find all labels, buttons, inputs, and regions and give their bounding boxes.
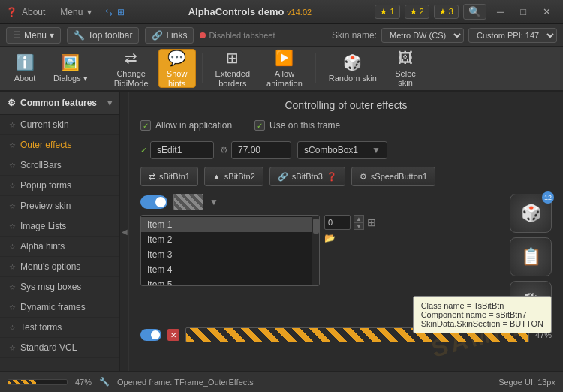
change-bidi-button[interactable]: ⇄ ChangeBidiMode bbox=[107, 49, 155, 88]
gear-sidebar-icon: ⚙ bbox=[8, 98, 16, 108]
toolbar-icon: 🔧 bbox=[74, 30, 85, 41]
num-spinner[interactable]: ▲ ▼ bbox=[354, 215, 364, 230]
sidebar-item-sys-msg-boxes[interactable]: ☆ Sys msg boxes bbox=[0, 277, 119, 297]
sidebar-item-menus-options[interactable]: ☆ Menu's options bbox=[0, 257, 119, 277]
use-on-frame-checkmark: ✓ bbox=[254, 120, 265, 131]
toggle-switch[interactable] bbox=[140, 195, 167, 209]
sidebar-item-test-forms[interactable]: ☆ Test forms bbox=[0, 318, 119, 338]
float-btn-badge: 12 bbox=[542, 191, 554, 204]
progress-section: ▲ ▼ ⊞ 📂 bbox=[324, 215, 502, 243]
value-input[interactable] bbox=[231, 141, 291, 159]
list-item-3[interactable]: Item 3 bbox=[141, 247, 319, 262]
menu-arrow: ▾ bbox=[87, 7, 92, 17]
sidebar-item-dynamic-frames[interactable]: ☆ Dynamic frames bbox=[0, 297, 119, 318]
sbitbtn2-label: sBitBtn2 bbox=[224, 172, 255, 181]
toggle-knob bbox=[155, 197, 166, 207]
links-button[interactable]: 🔗 Links bbox=[145, 27, 194, 44]
sbitbtn3-button[interactable]: 🔗 sBitBtn3 ❓ bbox=[269, 167, 345, 186]
sbitbtn3-label: sBitBtn3 bbox=[292, 172, 323, 181]
minimize-button[interactable]: ─ bbox=[491, 5, 510, 19]
sidebar-watermark: α bbox=[0, 358, 119, 371]
use-on-frame-checkbox[interactable]: ✓ Use on this frame bbox=[254, 120, 340, 131]
status-icon: 🔧 bbox=[99, 377, 110, 387]
search-button[interactable]: 🔍 bbox=[463, 4, 486, 20]
sidebar-item-current-skin[interactable]: ☆ Current skin bbox=[0, 115, 119, 135]
star1-button[interactable]: ★ 1 bbox=[375, 5, 399, 19]
select-skin-button[interactable]: 🖼 Selecskin bbox=[387, 49, 424, 88]
list-item-5[interactable]: Item 5 bbox=[141, 277, 319, 286]
list-box[interactable]: Item 1 Item 2 Item 3 Item 4 Item 5 Item … bbox=[140, 215, 320, 286]
sidebar-item-standard-vcl[interactable]: ☆ Standard VCL bbox=[0, 338, 119, 358]
star-icon: ☆ bbox=[9, 324, 16, 332]
sidebar-item-image-lists[interactable]: ☆ Image Lists bbox=[0, 216, 119, 237]
close-button[interactable]: ✕ bbox=[537, 5, 557, 19]
tooltip-class-name: Class name = TsBitBtn bbox=[421, 301, 543, 310]
spin-down-button[interactable]: ▼ bbox=[354, 222, 364, 230]
sidebar-item-label: Outer effects bbox=[20, 140, 71, 150]
menu-btn-arrow: ▾ bbox=[50, 30, 54, 41]
x-button[interactable]: ✕ bbox=[167, 329, 179, 341]
dialogs-tool-button[interactable]: 🖼️ Dialogs ▾ bbox=[47, 49, 95, 88]
sidebar-item-label: Alpha hints bbox=[20, 241, 65, 252]
folder-icon: 📂 bbox=[324, 233, 336, 243]
allow-in-app-checkbox[interactable]: ✓ Allow in application bbox=[140, 120, 232, 131]
list-progress-row: Item 1 Item 2 Item 3 Item 4 Item 5 Item … bbox=[140, 215, 502, 286]
allow-animation-button[interactable]: ▶️ Allowanimation bbox=[260, 49, 309, 88]
sbitbtn2-button[interactable]: ▲ sBitBtn2 bbox=[204, 167, 263, 186]
sidebar-item-alpha-hints[interactable]: ☆ Alpha hints bbox=[0, 237, 119, 257]
sidebar-common-features-header[interactable]: ⚙ Common features ▾ bbox=[0, 92, 119, 115]
tooltip-component-name: Component name = sBitBtn7 bbox=[421, 310, 543, 319]
top-toolbar-label: Top toolbar bbox=[88, 30, 132, 41]
skin-select[interactable]: Metro DW (CS) bbox=[381, 28, 464, 43]
spin-up-button[interactable]: ▲ bbox=[354, 215, 364, 222]
about-tool-icon: ℹ️ bbox=[16, 53, 35, 71]
num-input[interactable] bbox=[324, 215, 351, 230]
sspeedbutton1-button[interactable]: ⚙ sSpeedButton1 bbox=[351, 167, 435, 186]
top-toolbar-button[interactable]: 🔧 Top toolbar bbox=[67, 27, 139, 44]
list-item-2[interactable]: Item 2 bbox=[141, 232, 319, 247]
hints-label: Showhints bbox=[167, 69, 188, 87]
sidebar: ⚙ Common features ▾ ☆ Current skin ☆ Out… bbox=[0, 92, 120, 371]
star2-button[interactable]: ★ 2 bbox=[405, 5, 429, 19]
list-item-4[interactable]: Item 4 bbox=[141, 262, 319, 277]
sbitbtn1-button[interactable]: ⇄ sBitBtn1 bbox=[140, 167, 198, 186]
list-item-1[interactable]: Item 1 bbox=[141, 217, 319, 232]
layers-icon: 📋 bbox=[521, 247, 541, 267]
color-picker[interactable] bbox=[173, 194, 203, 210]
sbitbtn3-icon: 🔗 bbox=[278, 172, 288, 182]
skin-section: Skin name: Metro DW (CS) Custom PPI: 147 bbox=[332, 28, 557, 43]
sidebar-item-popup-forms[interactable]: ☆ Popup forms bbox=[0, 176, 119, 196]
allow-in-app-label: Allow in application bbox=[155, 120, 232, 131]
show-hints-button[interactable]: 💬 Showhints bbox=[158, 49, 196, 88]
about-tool-button[interactable]: ℹ️ About bbox=[6, 49, 44, 88]
extended-borders-button[interactable]: ⊞ Extendedborders bbox=[209, 49, 257, 88]
maximize-button[interactable]: □ bbox=[514, 5, 532, 19]
sidebar-collapse-handle[interactable]: ◀ bbox=[120, 92, 129, 371]
random-skin-button[interactable]: 🎲 Random skin bbox=[322, 49, 384, 88]
speed-btn-icon: ⚙ bbox=[360, 172, 367, 182]
list-scrollbar[interactable] bbox=[312, 216, 319, 285]
menu-dropdown-button[interactable]: ☰ Menu ▾ bbox=[6, 27, 61, 44]
scombobox1[interactable]: sComboBox1 ▼ bbox=[297, 141, 387, 159]
toggle-small[interactable] bbox=[140, 329, 161, 341]
star3-button[interactable]: ★ 3 bbox=[434, 5, 459, 19]
status-bar-right: Segoe UI; 13px bbox=[498, 378, 555, 387]
menu-btn-label: Menu bbox=[24, 30, 47, 41]
sidebar-item-scrollbars[interactable]: ☆ ScrollBars bbox=[0, 155, 119, 176]
star-icon: ☆ bbox=[9, 121, 16, 129]
float-btn-layers[interactable]: 📋 bbox=[510, 237, 552, 276]
scroll-thumb bbox=[313, 219, 319, 234]
sidebar-item-label: Menu's options bbox=[20, 261, 80, 272]
menu-label[interactable]: Menu bbox=[60, 7, 83, 17]
allow-in-app-checkmark: ✓ bbox=[140, 120, 151, 131]
star-icon: ☆ bbox=[9, 263, 16, 271]
star-icon: ☆ bbox=[9, 243, 16, 251]
about-label[interactable]: About bbox=[22, 7, 45, 17]
animation-icon: ▶️ bbox=[275, 49, 294, 67]
sidebar-item-preview-skin[interactable]: ☆ Preview skin bbox=[0, 196, 119, 216]
float-btn-dice[interactable]: 12 🎲 bbox=[510, 194, 552, 233]
sidebar-item-outer-effects[interactable]: ☆ Outer effects bbox=[0, 135, 119, 155]
ppi-select[interactable]: Custom PPI: 147 bbox=[468, 28, 557, 43]
dropdown-arrow-icon[interactable]: ▼ bbox=[209, 197, 218, 207]
sedit1-input[interactable] bbox=[150, 141, 214, 159]
